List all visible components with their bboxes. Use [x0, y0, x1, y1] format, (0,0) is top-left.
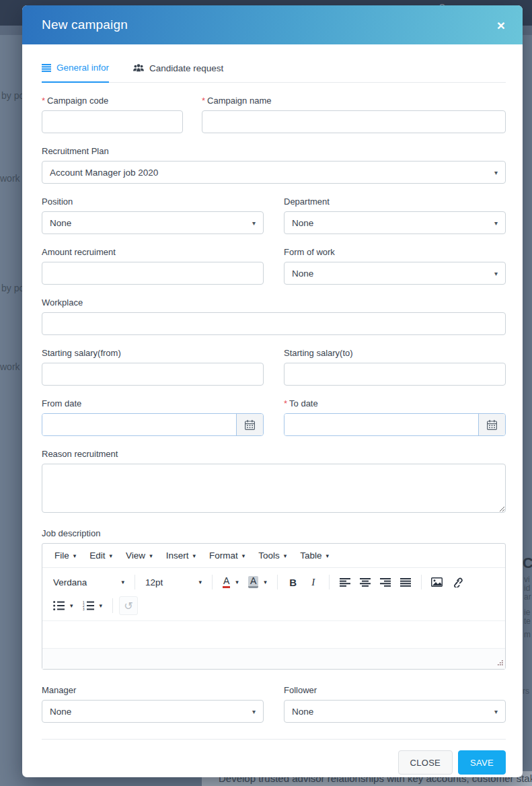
- menu-file[interactable]: File▾: [48, 546, 83, 565]
- text-color-button[interactable]: A ▾: [219, 573, 243, 592]
- salary-to-input[interactable]: [284, 363, 506, 386]
- required-marker: *: [284, 398, 287, 408]
- close-button[interactable]: CLOSE: [398, 750, 453, 775]
- italic-button[interactable]: I: [304, 573, 323, 592]
- campaign-code-label: * Campaign code: [42, 96, 183, 106]
- workplace-input[interactable]: [42, 312, 506, 335]
- position-label: Position: [42, 196, 264, 207]
- menu-edit[interactable]: Edit▾: [83, 546, 119, 565]
- follower-label: Follower: [284, 685, 506, 695]
- font-size-select[interactable]: 12pt ▾: [141, 573, 206, 592]
- background-text-fragment: by po: [1, 90, 24, 101]
- salary-from-input[interactable]: [42, 363, 264, 386]
- form-of-work-select[interactable]: None ▾: [284, 262, 506, 285]
- menu-insert[interactable]: Insert▾: [159, 546, 202, 565]
- calendar-icon: [245, 420, 255, 430]
- background-text-fragment: vi: [524, 575, 530, 584]
- background-text-fragment: m: [524, 630, 531, 639]
- align-left-button[interactable]: [336, 573, 354, 592]
- bold-button[interactable]: B: [284, 573, 303, 592]
- modal-title: New campaign: [42, 17, 128, 32]
- menu-format[interactable]: Format▾: [202, 546, 252, 565]
- editor-content-area[interactable]: [42, 620, 505, 648]
- chevron-down-icon: ▾: [70, 602, 73, 609]
- numbered-list-button[interactable]: 1 2 3 ▾: [79, 596, 107, 615]
- modal-header: New campaign ×: [22, 5, 523, 44]
- restore-draft-icon: ↺: [124, 600, 132, 612]
- modal-footer: CLOSE SAVE: [22, 740, 523, 775]
- align-left-icon: [340, 578, 350, 587]
- recruitment-plan-label: Recruitment Plan: [42, 146, 506, 156]
- chevron-down-icon: ▾: [494, 169, 498, 176]
- menu-tools[interactable]: Tools▾: [252, 546, 293, 565]
- amount-recruiment-input[interactable]: [42, 262, 264, 285]
- background-text-fragment: id: [524, 583, 530, 593]
- from-date-calendar-button[interactable]: [236, 414, 263, 435]
- campaign-name-input[interactable]: [202, 110, 506, 133]
- to-date-input[interactable]: [284, 414, 478, 435]
- job-description-label: Job description: [42, 528, 506, 538]
- selected-value: None: [50, 707, 71, 717]
- chevron-down-icon: ▾: [73, 552, 77, 559]
- salary-from-label: Starting salary(from): [42, 348, 264, 358]
- chevron-down-icon: ▾: [252, 219, 256, 227]
- tab-general-infor[interactable]: General infor: [42, 63, 109, 83]
- from-date-group: [42, 413, 264, 436]
- manager-select[interactable]: None ▾: [42, 700, 264, 723]
- background-color-button[interactable]: A ▾: [244, 573, 271, 592]
- from-date-input[interactable]: [42, 414, 236, 435]
- font-family-select[interactable]: Verdana ▾: [49, 573, 128, 592]
- toolbar-separator: [277, 575, 278, 590]
- selected-value: None: [292, 707, 313, 717]
- to-date-label: * To date: [284, 398, 506, 408]
- selected-value: Account Manager job 2020: [50, 168, 158, 178]
- campaign-code-input[interactable]: [42, 110, 183, 133]
- editor-toolbar-row2: ▾ 1 2 3 ▾ ↺: [42, 595, 505, 620]
- new-campaign-modal: New campaign × General infor Candidate r…: [22, 5, 523, 777]
- insert-image-button[interactable]: [428, 573, 447, 592]
- toolbar-separator: [112, 598, 113, 613]
- close-icon[interactable]: ×: [497, 18, 505, 32]
- position-select[interactable]: None ▾: [42, 211, 264, 234]
- follower-select[interactable]: None ▾: [284, 700, 506, 723]
- background-text-fragment: work: [0, 173, 20, 184]
- chevron-down-icon: ▾: [235, 579, 239, 585]
- resize-grip-icon[interactable]: [496, 660, 503, 667]
- background-text-fragment: rs: [523, 686, 529, 696]
- insert-link-button[interactable]: [448, 573, 467, 592]
- align-right-button[interactable]: [376, 573, 395, 592]
- reason-recruitment-textarea[interactable]: [42, 464, 506, 513]
- chevron-down-icon: ▾: [192, 552, 196, 559]
- background-color-icon: A: [248, 576, 258, 588]
- align-right-icon: [380, 578, 391, 587]
- workplace-label: Workplace: [42, 297, 506, 308]
- from-date-label: From date: [42, 398, 264, 408]
- background-heading-fragment: C: [523, 555, 532, 572]
- campaign-name-label: * Campaign name: [202, 96, 506, 106]
- save-button[interactable]: SAVE: [458, 750, 506, 775]
- chevron-down-icon: ▾: [121, 579, 124, 585]
- selected-value: None: [50, 218, 71, 228]
- chevron-down-icon: ▾: [110, 552, 113, 559]
- align-center-icon: [360, 578, 371, 587]
- recruitment-plan-select[interactable]: Account Manager job 2020 ▾: [42, 161, 506, 184]
- bullet-list-button[interactable]: ▾: [49, 596, 77, 615]
- chevron-down-icon: ▾: [284, 552, 287, 559]
- menu-view[interactable]: View▾: [119, 546, 159, 565]
- chevron-down-icon: ▾: [252, 708, 256, 715]
- tab-candidate-request[interactable]: Candidate request: [133, 63, 223, 82]
- chevron-down-icon: ▾: [149, 552, 153, 559]
- background-text-fragment: by po: [1, 283, 24, 293]
- department-select[interactable]: None ▾: [284, 211, 506, 234]
- campaign-form: * Campaign code * Campaign name Recruitm…: [22, 83, 523, 723]
- manager-label: Manager: [42, 685, 264, 695]
- tab-label: General infor: [56, 63, 109, 73]
- menu-table[interactable]: Table▾: [293, 546, 336, 565]
- chevron-down-icon: ▾: [326, 552, 330, 559]
- selected-value: None: [292, 269, 313, 279]
- align-justify-button[interactable]: [396, 573, 415, 592]
- chevron-down-icon: ▾: [494, 708, 498, 715]
- restore-draft-button[interactable]: ↺: [119, 596, 138, 615]
- to-date-calendar-button[interactable]: [478, 414, 505, 435]
- align-center-button[interactable]: [356, 573, 375, 592]
